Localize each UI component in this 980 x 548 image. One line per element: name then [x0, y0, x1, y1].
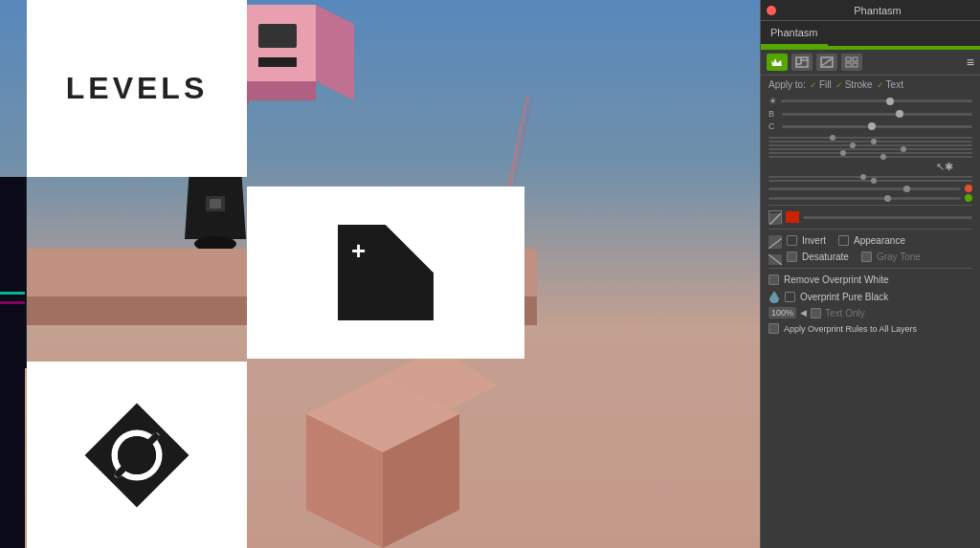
droplet-icon — [768, 291, 780, 302]
invert-label: Invert — [802, 235, 826, 246]
overprint-black-checkbox[interactable] — [785, 292, 795, 302]
b-slider-row: B — [768, 109, 972, 119]
cursor-hint: ↖✱ — [761, 161, 980, 175]
svg-rect-53 — [853, 57, 858, 61]
panel-titlebar: Phantasm — [761, 0, 980, 21]
green-track[interactable] — [768, 197, 961, 200]
gray-tone-label: Gray Tone — [877, 252, 921, 262]
red-thumb[interactable] — [903, 186, 910, 192]
red-track[interactable] — [768, 187, 961, 190]
svg-rect-19 — [210, 199, 221, 208]
levels-slider-3 — [768, 144, 972, 146]
c-slider-row: C — [768, 121, 972, 131]
panel-toolbar: ≡ — [761, 50, 980, 76]
divider-2 — [768, 229, 972, 230]
desaturate-icon — [768, 252, 782, 262]
circle-slash-card — [27, 362, 247, 548]
brightness-track[interactable] — [781, 99, 972, 102]
invert-checkbox[interactable] — [787, 235, 797, 246]
apply-rules-label: Apply Overprint Rules to All Layers — [784, 324, 917, 334]
color-swatch[interactable] — [786, 211, 799, 223]
stroke-check[interactable]: ✓ Stroke — [835, 79, 873, 90]
circle-slash-icon — [84, 403, 189, 508]
b-thumb[interactable] — [896, 110, 903, 118]
curves-toolbar-icon[interactable] — [816, 54, 837, 71]
svg-marker-46 — [771, 58, 782, 66]
text-only-label: Text Only — [825, 308, 865, 318]
panel-tab-bar: Phantasm — [761, 21, 980, 46]
percent-display: 100% — [768, 307, 796, 318]
remove-overprint-checkbox[interactable] — [768, 274, 779, 285]
b-label: B — [768, 109, 778, 119]
apply-rules-row: Apply Overprint Rules to All Layers — [761, 320, 980, 337]
rgb-row — [761, 208, 980, 226]
remove-overprint-label: Remove Overprint White — [784, 274, 888, 285]
plus-minus-card: + − — [247, 186, 524, 359]
levels-slider-1 — [768, 137, 972, 139]
desaturate-row: Desaturate Gray Tone — [761, 249, 980, 265]
levels-toolbar-icon[interactable] — [791, 54, 813, 71]
appearance-checkbox[interactable] — [838, 235, 849, 246]
percent-row: 100% ◀ Text Only — [761, 305, 980, 320]
levels-slider-6 — [768, 156, 972, 158]
green-thumb[interactable] — [884, 195, 891, 202]
levels-slider-5 — [768, 152, 972, 154]
panel-menu-icon[interactable]: ≡ — [967, 55, 974, 70]
red-slider-row — [761, 185, 980, 192]
b-track[interactable] — [782, 113, 972, 116]
levels-slider-2 — [768, 141, 972, 142]
invert-row: Invert Appearance — [761, 232, 980, 249]
svg-rect-55 — [853, 63, 858, 67]
appearance-label: Appearance — [854, 235, 905, 246]
panel-title: Phantasm — [781, 5, 974, 16]
text-only-checkbox[interactable] — [811, 308, 821, 318]
phantasm-panel: Phantasm Phantasm — [760, 0, 980, 548]
sun-icon: ☀ — [768, 96, 777, 106]
bc-sliders: ☀ B C — [761, 94, 980, 136]
svg-rect-54 — [846, 63, 851, 67]
invert-icon — [768, 235, 782, 246]
levels-title: LEVELS — [66, 71, 208, 106]
text-check[interactable]: ✓ Text — [877, 79, 903, 90]
svg-rect-52 — [846, 57, 851, 61]
svg-marker-7 — [239, 81, 316, 100]
c-label: C — [768, 121, 778, 131]
overprint-black-label: Overprint Pure Black — [800, 292, 888, 302]
grid-toolbar-icon[interactable] — [841, 54, 862, 71]
svg-rect-8 — [258, 24, 297, 48]
crown-toolbar-icon[interactable] — [767, 54, 788, 71]
overprint-black-row: Overprint Pure Black — [761, 288, 980, 305]
svg-rect-47 — [796, 57, 808, 67]
desaturate-label: Desaturate — [802, 252, 849, 262]
step-back-button[interactable]: ◀ — [800, 308, 807, 318]
plus-minus-icon: + − — [338, 225, 434, 320]
green-dot — [965, 194, 972, 202]
levels-sliders — [761, 136, 980, 161]
divider-1 — [768, 205, 972, 206]
fill-check[interactable]: ✓ Fill — [810, 79, 832, 90]
levels-slider-4 — [768, 148, 972, 150]
gray-tone-checkbox[interactable] — [861, 252, 872, 262]
c-track[interactable] — [782, 125, 972, 128]
brightness-row: ☀ — [768, 96, 972, 106]
red-dot — [965, 185, 972, 192]
levels-adj-icon — [768, 210, 782, 224]
desaturate-checkbox[interactable] — [787, 252, 797, 262]
divider-3 — [768, 268, 972, 269]
remove-overprint-row: Remove Overprint White — [761, 272, 980, 288]
apply-to-label: Apply to: — [768, 79, 806, 90]
panel-close-button[interactable] — [767, 6, 776, 15]
apply-to-row: Apply to: ✓ Fill ✓ Stroke ✓ Text — [761, 76, 980, 94]
extra-sliders — [761, 175, 980, 185]
svg-marker-6 — [316, 5, 354, 100]
rgb-track[interactable] — [803, 216, 972, 219]
c-thumb[interactable] — [868, 122, 876, 130]
brightness-thumb[interactable] — [886, 98, 894, 105]
panel-tab-phantasm[interactable]: Phantasm — [761, 21, 828, 46]
svg-rect-9 — [258, 57, 297, 67]
green-slider-row — [761, 194, 980, 202]
levels-card: LEVELS — [27, 0, 247, 177]
apply-rules-checkbox[interactable] — [768, 323, 779, 334]
